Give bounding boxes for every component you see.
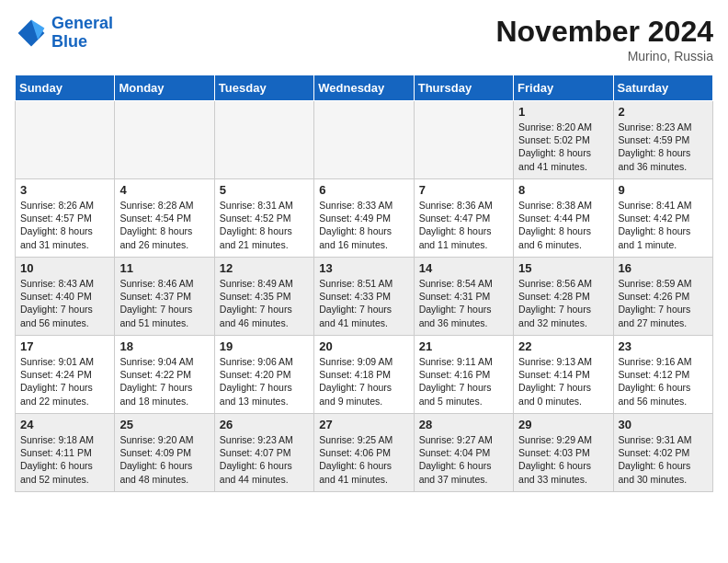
calendar-cell: 29Sunrise: 9:29 AM Sunset: 4:03 PM Dayli… (514, 414, 613, 492)
calendar-cell: 23Sunrise: 9:16 AM Sunset: 4:12 PM Dayli… (613, 336, 712, 414)
day-number: 2 (619, 105, 708, 119)
day-info: Sunrise: 8:46 AM Sunset: 4:37 PM Dayligh… (119, 277, 209, 329)
day-number: 26 (220, 418, 309, 431)
logo-icon (15, 17, 48, 50)
day-info: Sunrise: 9:01 AM Sunset: 4:24 PM Dayligh… (20, 355, 109, 408)
day-info: Sunrise: 9:20 AM Sunset: 4:09 PM Dayligh… (119, 433, 209, 486)
calendar-cell: 11Sunrise: 8:46 AM Sunset: 4:37 PM Dayli… (115, 258, 214, 336)
day-number: 16 (619, 261, 708, 275)
calendar-cell: 1Sunrise: 8:20 AM Sunset: 5:02 PM Daylig… (514, 101, 613, 179)
calendar-cell (115, 101, 214, 179)
day-info: Sunrise: 9:04 AM Sunset: 4:22 PM Dayligh… (119, 355, 209, 408)
day-info: Sunrise: 8:36 AM Sunset: 4:47 PM Dayligh… (419, 199, 508, 251)
calendar-cell (414, 101, 513, 179)
weekday-header-thursday: Thursday (414, 75, 513, 101)
calendar-week-1: 1Sunrise: 8:20 AM Sunset: 5:02 PM Daylig… (16, 101, 713, 179)
day-info: Sunrise: 8:28 AM Sunset: 4:54 PM Dayligh… (119, 199, 209, 251)
calendar-cell: 25Sunrise: 9:20 AM Sunset: 4:09 PM Dayli… (115, 414, 214, 492)
day-info: Sunrise: 9:25 AM Sunset: 4:06 PM Dayligh… (319, 433, 408, 486)
calendar-cell: 16Sunrise: 8:59 AM Sunset: 4:26 PM Dayli… (613, 258, 712, 336)
day-info: Sunrise: 8:51 AM Sunset: 4:33 PM Dayligh… (319, 277, 408, 329)
calendar-cell: 4Sunrise: 8:28 AM Sunset: 4:54 PM Daylig… (115, 179, 214, 258)
page-header: General Blue November 2024 Murino, Russi… (15, 15, 713, 63)
day-number: 29 (518, 418, 608, 431)
day-info: Sunrise: 9:13 AM Sunset: 4:14 PM Dayligh… (518, 355, 608, 408)
day-number: 15 (518, 261, 608, 275)
day-info: Sunrise: 8:41 AM Sunset: 4:42 PM Dayligh… (619, 199, 708, 251)
calendar-cell: 9Sunrise: 8:41 AM Sunset: 4:42 PM Daylig… (613, 179, 712, 258)
day-info: Sunrise: 8:33 AM Sunset: 4:49 PM Dayligh… (319, 199, 408, 251)
day-number: 3 (20, 183, 109, 197)
calendar-week-2: 3Sunrise: 8:26 AM Sunset: 4:57 PM Daylig… (16, 179, 713, 258)
day-info: Sunrise: 9:16 AM Sunset: 4:12 PM Dayligh… (619, 355, 708, 408)
calendar-cell: 22Sunrise: 9:13 AM Sunset: 4:14 PM Dayli… (514, 336, 613, 414)
calendar-cell: 17Sunrise: 9:01 AM Sunset: 4:24 PM Dayli… (16, 336, 115, 414)
calendar-header-row: SundayMondayTuesdayWednesdayThursdayFrid… (16, 75, 713, 101)
calendar-cell: 12Sunrise: 8:49 AM Sunset: 4:35 PM Dayli… (214, 258, 313, 336)
day-number: 7 (419, 183, 508, 197)
calendar-cell: 6Sunrise: 8:33 AM Sunset: 4:49 PM Daylig… (314, 179, 414, 258)
day-number: 28 (419, 418, 508, 431)
calendar-cell: 30Sunrise: 9:31 AM Sunset: 4:02 PM Dayli… (613, 414, 712, 492)
day-info: Sunrise: 8:20 AM Sunset: 5:02 PM Dayligh… (518, 121, 608, 173)
day-info: Sunrise: 9:11 AM Sunset: 4:16 PM Dayligh… (419, 355, 508, 408)
day-number: 27 (319, 418, 408, 431)
weekday-header-monday: Monday (115, 75, 214, 101)
day-info: Sunrise: 9:06 AM Sunset: 4:20 PM Dayligh… (220, 355, 309, 408)
day-number: 19 (220, 339, 309, 353)
calendar-cell: 26Sunrise: 9:23 AM Sunset: 4:07 PM Dayli… (214, 414, 313, 492)
calendar-cell: 8Sunrise: 8:38 AM Sunset: 4:44 PM Daylig… (514, 179, 613, 258)
weekday-header-tuesday: Tuesday (214, 75, 313, 101)
calendar-week-5: 24Sunrise: 9:18 AM Sunset: 4:11 PM Dayli… (16, 414, 713, 492)
day-info: Sunrise: 9:31 AM Sunset: 4:02 PM Dayligh… (619, 433, 708, 486)
day-info: Sunrise: 8:38 AM Sunset: 4:44 PM Dayligh… (518, 199, 608, 251)
calendar-cell: 14Sunrise: 8:54 AM Sunset: 4:31 PM Dayli… (414, 258, 513, 336)
day-info: Sunrise: 8:26 AM Sunset: 4:57 PM Dayligh… (20, 199, 109, 251)
calendar-cell (214, 101, 313, 179)
calendar-cell: 21Sunrise: 9:11 AM Sunset: 4:16 PM Dayli… (414, 336, 513, 414)
calendar-cell: 18Sunrise: 9:04 AM Sunset: 4:22 PM Dayli… (115, 336, 214, 414)
day-info: Sunrise: 8:23 AM Sunset: 4:59 PM Dayligh… (619, 121, 708, 173)
day-number: 20 (319, 339, 408, 353)
day-number: 24 (20, 418, 109, 431)
day-number: 10 (20, 261, 109, 275)
weekday-header-wednesday: Wednesday (314, 75, 414, 101)
calendar-cell: 15Sunrise: 8:56 AM Sunset: 4:28 PM Dayli… (514, 258, 613, 336)
title-block: November 2024 Murino, Russia (495, 15, 713, 63)
calendar-cell: 24Sunrise: 9:18 AM Sunset: 4:11 PM Dayli… (16, 414, 115, 492)
day-number: 8 (518, 183, 608, 197)
day-number: 5 (220, 183, 309, 197)
location: Murino, Russia (495, 49, 713, 63)
day-info: Sunrise: 8:43 AM Sunset: 4:40 PM Dayligh… (20, 277, 109, 329)
calendar-cell: 13Sunrise: 8:51 AM Sunset: 4:33 PM Dayli… (314, 258, 414, 336)
calendar-cell: 3Sunrise: 8:26 AM Sunset: 4:57 PM Daylig… (16, 179, 115, 258)
day-number: 11 (119, 261, 209, 275)
day-info: Sunrise: 8:54 AM Sunset: 4:31 PM Dayligh… (419, 277, 508, 329)
day-info: Sunrise: 8:59 AM Sunset: 4:26 PM Dayligh… (619, 277, 708, 329)
day-info: Sunrise: 9:29 AM Sunset: 4:03 PM Dayligh… (518, 433, 608, 486)
weekday-header-friday: Friday (514, 75, 613, 101)
calendar-week-3: 10Sunrise: 8:43 AM Sunset: 4:40 PM Dayli… (16, 258, 713, 336)
calendar-cell: 7Sunrise: 8:36 AM Sunset: 4:47 PM Daylig… (414, 179, 513, 258)
weekday-header-sunday: Sunday (16, 75, 115, 101)
day-info: Sunrise: 8:31 AM Sunset: 4:52 PM Dayligh… (220, 199, 309, 251)
month-title: November 2024 (495, 15, 713, 49)
day-number: 13 (319, 261, 408, 275)
day-number: 23 (619, 339, 708, 353)
calendar-cell: 2Sunrise: 8:23 AM Sunset: 4:59 PM Daylig… (613, 101, 712, 179)
day-info: Sunrise: 9:23 AM Sunset: 4:07 PM Dayligh… (220, 433, 309, 486)
day-number: 14 (419, 261, 508, 275)
calendar-cell: 10Sunrise: 8:43 AM Sunset: 4:40 PM Dayli… (16, 258, 115, 336)
day-number: 18 (119, 339, 209, 353)
day-number: 12 (220, 261, 309, 275)
calendar-table: SundayMondayTuesdayWednesdayThursdayFrid… (15, 75, 713, 492)
calendar-cell: 20Sunrise: 9:09 AM Sunset: 4:18 PM Dayli… (314, 336, 414, 414)
calendar-cell: 5Sunrise: 8:31 AM Sunset: 4:52 PM Daylig… (214, 179, 313, 258)
calendar-cell (314, 101, 414, 179)
day-number: 9 (619, 183, 708, 197)
day-number: 6 (319, 183, 408, 197)
weekday-header-saturday: Saturday (613, 75, 712, 101)
logo: General Blue (15, 15, 113, 52)
calendar-cell: 27Sunrise: 9:25 AM Sunset: 4:06 PM Dayli… (314, 414, 414, 492)
calendar-cell: 28Sunrise: 9:27 AM Sunset: 4:04 PM Dayli… (414, 414, 513, 492)
